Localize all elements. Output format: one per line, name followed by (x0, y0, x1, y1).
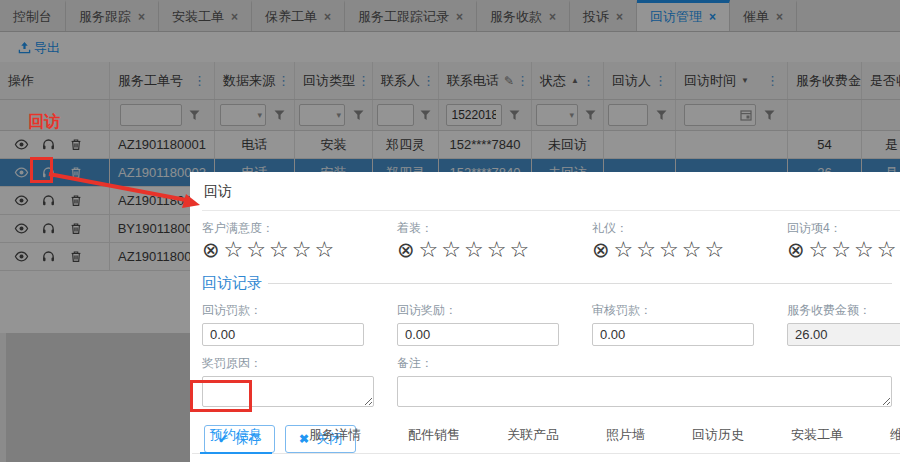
section-title: 回访记录 (202, 274, 262, 293)
service-fee-input (787, 323, 900, 346)
visit-modal: 回访 客户满意度： ⊗☆☆☆☆☆ 着装： ⊗☆☆☆☆☆ 礼仪： ⊗☆☆☆☆☆ 回… (190, 172, 900, 462)
star-rating[interactable]: ☆☆☆☆☆ (419, 238, 533, 262)
modal-title: 回访 (202, 172, 900, 211)
clear-rating-icon[interactable]: ⊗ (202, 239, 220, 261)
field-remark: 备注： (397, 355, 892, 411)
field-label: 审核罚款： (592, 302, 787, 319)
rating-row: 客户满意度： ⊗☆☆☆☆☆ 着装： ⊗☆☆☆☆☆ 礼仪： ⊗☆☆☆☆☆ 回访项4… (202, 220, 900, 262)
field-label: 回访奖励： (397, 302, 592, 319)
visit-reward-input[interactable] (397, 323, 559, 346)
audit-penalty-input[interactable] (592, 323, 754, 346)
remark-textarea[interactable] (397, 376, 892, 407)
detail-tab-service-details[interactable]: 服务详情 (299, 420, 371, 454)
field-visit-reward: 回访奖励： (397, 302, 592, 346)
rating-etiquette: 礼仪： ⊗☆☆☆☆☆ (592, 220, 787, 262)
section-divider (268, 283, 892, 284)
field-service-fee: 服务收费金额： (787, 302, 900, 346)
annotation-highlight-save-button (190, 380, 252, 412)
rating-attire: 着装： ⊗☆☆☆☆☆ (397, 220, 592, 262)
field-label: 服务收费金额： (787, 302, 900, 319)
field-label: 奖罚原因： (202, 355, 397, 372)
detail-tab-visit-history[interactable]: 回访历史 (682, 420, 754, 454)
star-rating[interactable]: ☆☆☆☆☆ (809, 238, 900, 262)
rating-label: 礼仪： (592, 220, 787, 237)
rating-customer-satisfaction: 客户满意度： ⊗☆☆☆☆☆ (202, 220, 397, 262)
field-audit-penalty: 审核罚款： (592, 302, 787, 346)
annotation-highlight-visit-icon (30, 157, 53, 183)
field-label: 回访罚款： (202, 302, 397, 319)
star-rating[interactable]: ☆☆☆☆☆ (224, 238, 338, 262)
detail-tab-appointment-info[interactable]: 预约信息 (200, 420, 272, 454)
rating-label: 着装： (397, 220, 592, 237)
detail-tab-photo-wall[interactable]: 照片墙 (596, 420, 655, 454)
visit-record-section-header: 回访记录 (202, 274, 892, 293)
detail-tab-parts-sales[interactable]: 配件销售 (398, 420, 470, 454)
star-rating[interactable]: ☆☆☆☆☆ (614, 238, 728, 262)
detail-tab-related-products[interactable]: 关联产品 (497, 420, 569, 454)
field-visit-penalty: 回访罚款： (202, 302, 397, 346)
rating-item4: 回访项4： ⊗☆☆☆☆☆ (787, 220, 900, 262)
visit-penalty-input[interactable] (202, 323, 364, 346)
detail-tab-install-order[interactable]: 安装工单 (781, 420, 853, 454)
annotation-callout-label: 回访 (28, 112, 60, 133)
visit-record-fields: 回访罚款： 回访奖励： 审核罚款： 服务收费金额： (202, 302, 900, 346)
rating-label: 回访项4： (787, 220, 900, 237)
rating-label: 客户满意度： (202, 220, 397, 237)
app-window: 控制台 服务跟踪× 安装工单× 保养工单× 服务工跟踪记录× 服务收款× 投诉×… (0, 0, 900, 462)
clear-rating-icon[interactable]: ⊗ (397, 239, 415, 261)
clear-rating-icon[interactable]: ⊗ (787, 239, 805, 261)
visit-record-textareas: 奖罚原因： 备注： (202, 355, 900, 411)
field-label: 备注： (397, 355, 892, 372)
detail-tab-repair-order[interactable]: 维修工单 (880, 420, 900, 454)
clear-rating-icon[interactable]: ⊗ (592, 239, 610, 261)
detail-tabbar: 预约信息 服务详情 配件销售 关联产品 照片墙 回访历史 安装工单 维修工单 状… (192, 420, 900, 454)
